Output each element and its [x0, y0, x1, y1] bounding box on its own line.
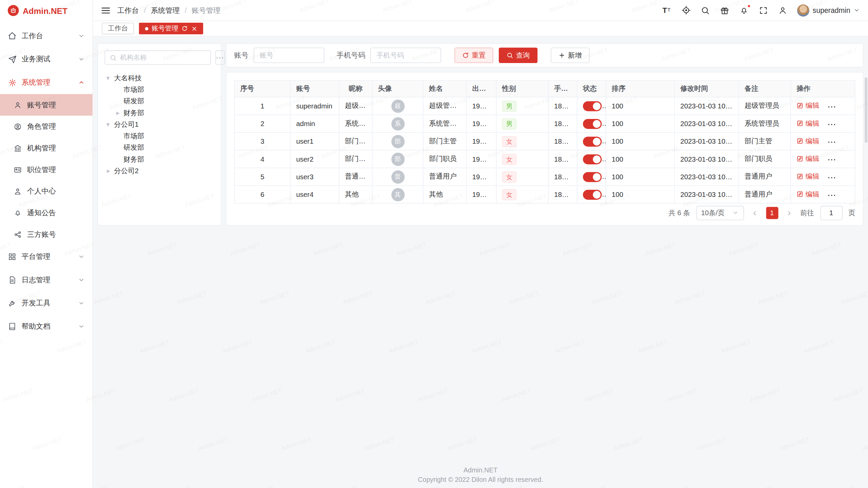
cell-status	[577, 168, 606, 186]
add-button[interactable]: 新增	[551, 47, 589, 63]
breadcrumb-item[interactable]: 系统管理	[151, 5, 180, 15]
status-toggle[interactable]	[583, 101, 602, 111]
sidebar-item-role-mgmt[interactable]: 角色管理	[0, 116, 93, 137]
status-toggle[interactable]	[583, 136, 602, 146]
tree-caret-icon[interactable]	[105, 76, 112, 81]
edit-button[interactable]: 编辑	[796, 154, 819, 164]
sidebar-item-org-mgmt[interactable]: 机构管理	[0, 137, 93, 159]
tree-node[interactable]: 财务部	[105, 154, 214, 165]
chevron-down-icon	[854, 7, 861, 14]
hamburger-menu-icon[interactable]	[101, 5, 111, 15]
sidebar-item-business-test[interactable]: 业务测试	[0, 47, 93, 71]
page-size-select[interactable]: 10条/页	[696, 206, 744, 220]
tree-node[interactable]: 分公司1	[105, 119, 214, 130]
cell-modified: 2023-01-03 10:59:44	[674, 186, 738, 203]
brand-name: Admin.NET	[23, 6, 67, 15]
sidebar-item-label: 帮助文档	[22, 322, 73, 331]
status-toggle[interactable]	[583, 119, 602, 128]
tree-node[interactable]: 研发部	[105, 96, 214, 107]
page-unit-label: 页	[848, 208, 855, 218]
close-icon[interactable]	[191, 25, 197, 32]
cell-birthdate: 1986-06-28	[467, 150, 496, 168]
cell-account: user3	[290, 168, 339, 186]
prev-page-button[interactable]	[750, 207, 760, 219]
row-more-button[interactable]: ···	[828, 191, 836, 199]
breadcrumb-item[interactable]: 工作台	[117, 5, 139, 15]
sidebar-item-notice[interactable]: 通知公告	[0, 202, 93, 224]
cell-modified: 2023-01-03 10:59:44	[674, 115, 738, 133]
sidebar-item-help-docs[interactable]: 帮助文档	[0, 315, 93, 338]
locate-icon[interactable]	[681, 5, 691, 15]
gift-icon[interactable]	[720, 5, 730, 15]
org-search-input[interactable]	[120, 54, 206, 61]
username: superadmin	[813, 6, 850, 14]
column-header: 出生日期	[467, 81, 496, 97]
notification-bell-icon[interactable]	[739, 5, 749, 15]
column-header: 状态	[577, 81, 606, 97]
tree-node[interactable]: 研发部	[105, 142, 214, 154]
tab-account-mgmt[interactable]: 账号管理	[139, 23, 203, 34]
tree-node[interactable]: 市场部	[105, 130, 214, 142]
tree-node[interactable]: 市场部	[105, 84, 214, 96]
row-more-button[interactable]: ···	[828, 121, 836, 128]
gear-icon	[8, 78, 17, 87]
tree-node[interactable]: 财务部	[105, 107, 214, 119]
status-toggle[interactable]	[583, 189, 602, 199]
sidebar-item-label: 职位管理	[27, 165, 85, 175]
person-icon	[13, 187, 22, 196]
row-avatar: 其	[391, 188, 404, 201]
cell-phone: 18020030720	[548, 186, 577, 203]
goto-page-input[interactable]	[820, 206, 842, 220]
cell-order: 100	[606, 168, 674, 186]
next-page-button[interactable]	[784, 207, 794, 219]
sidebar-item-account-mgmt[interactable]: 账号管理	[0, 94, 93, 116]
row-more-button[interactable]: ···	[828, 156, 836, 164]
breadcrumb-item-current: 账号管理	[192, 5, 220, 15]
sidebar-item-logs[interactable]: 日志管理	[0, 268, 93, 292]
scrollbar[interactable]	[865, 78, 867, 143]
reset-button[interactable]: 重置	[454, 47, 493, 63]
sidebar-item-position-mgmt[interactable]: 职位管理	[0, 159, 93, 181]
avatar	[797, 4, 809, 16]
edit-button[interactable]: 编辑	[796, 137, 819, 146]
status-toggle[interactable]	[583, 154, 602, 164]
account-filter-input[interactable]	[254, 47, 324, 63]
sidebar-item-personal-center[interactable]: 个人中心	[0, 180, 93, 202]
tree-node-label: 财务部	[123, 108, 144, 118]
edit-button[interactable]: 编辑	[796, 119, 819, 128]
tree-node[interactable]: 大名科技	[105, 73, 214, 84]
refresh-icon[interactable]	[182, 25, 188, 32]
org-more-button[interactable]: ···	[215, 50, 225, 65]
sidebar-item-label: 业务测试	[22, 54, 73, 64]
sidebar-item-platform[interactable]: 平台管理	[0, 245, 93, 268]
fullscreen-icon[interactable]	[758, 5, 768, 15]
edit-button[interactable]: 编辑	[796, 172, 819, 181]
user-icon[interactable]	[778, 5, 788, 15]
current-page-button[interactable]: 1	[766, 207, 778, 219]
share-icon	[13, 230, 22, 239]
user-menu[interactable]: superadmin	[797, 4, 860, 16]
tree-caret-icon[interactable]	[106, 168, 111, 175]
font-size-icon[interactable]	[662, 5, 671, 15]
row-more-button[interactable]: ···	[828, 174, 836, 182]
sidebar-item-workbench[interactable]: 工作台	[0, 24, 93, 48]
phone-filter-input[interactable]	[370, 47, 441, 63]
sidebar-item-third-party-account[interactable]: 三方账号	[0, 224, 93, 245]
sidebar-item-system[interactable]: 系统管理	[0, 71, 93, 94]
tree-caret-icon[interactable]	[115, 110, 121, 117]
gender-badge: 女	[502, 154, 516, 165]
search-button[interactable]: 查询	[499, 47, 537, 63]
edit-button[interactable]: 编辑	[796, 190, 819, 199]
edit-button[interactable]: 编辑	[796, 101, 819, 110]
tree-caret-icon[interactable]	[105, 122, 112, 127]
status-toggle[interactable]	[583, 172, 602, 182]
breadcrumb-separator: /	[185, 6, 187, 14]
row-more-button[interactable]: ···	[828, 139, 836, 146]
gender-badge: 男	[502, 118, 516, 129]
tab-workbench[interactable]: 工作台	[102, 23, 134, 34]
row-more-button[interactable]: ···	[828, 103, 836, 111]
sidebar-item-dev-tools[interactable]: 开发工具	[0, 291, 93, 315]
tree-node[interactable]: 分公司2	[105, 165, 214, 177]
cell-modified: 2023-01-03 10:59:44	[674, 150, 738, 168]
search-icon[interactable]	[700, 5, 710, 15]
